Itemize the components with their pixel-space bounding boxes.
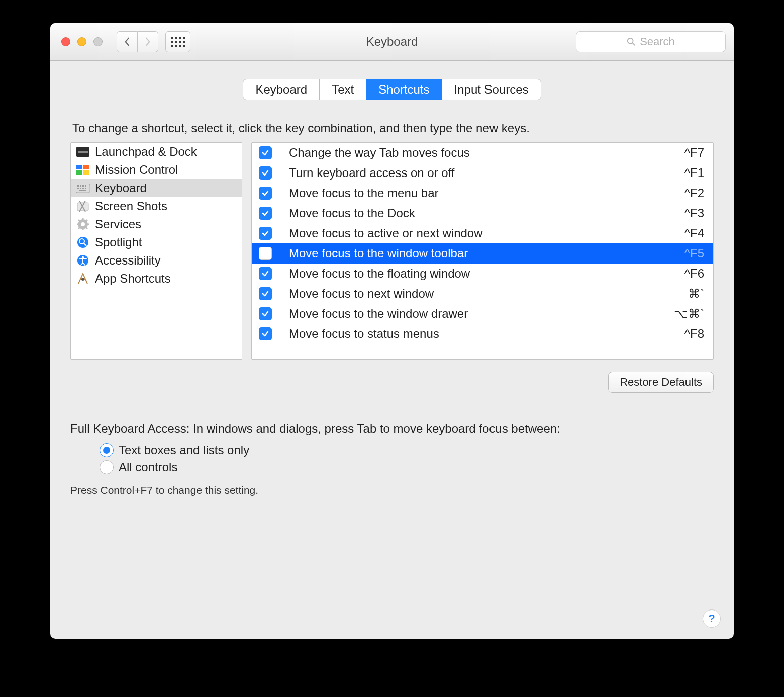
help-button[interactable]: ? [703,609,721,628]
shortcut-label: Move focus to next window [289,287,682,301]
shortcut-row[interactable]: Move focus to next window⌘` [252,284,713,304]
full-keyboard-access-radio-group: Text boxes and lists onlyAll controls [100,443,714,474]
traffic-lights [61,37,103,46]
launchpad-icon [76,146,90,158]
radio-option[interactable]: All controls [100,460,714,474]
shortcut-row[interactable]: Move focus to status menus^F8 [252,324,713,344]
tab-text[interactable]: Text [320,79,366,100]
shortcut-checkbox[interactable] [259,247,272,260]
category-item-mission-control[interactable]: Mission Control [71,161,242,179]
full-keyboard-access-hint: Press Control+F7 to change this setting. [70,484,714,496]
shortcut-row[interactable]: Move focus to active or next window^F4 [252,223,713,243]
preferences-window: Keyboard Search KeyboardTextShortcutsInp… [50,23,734,639]
search-icon [627,37,636,46]
shortcut-checkbox[interactable] [259,146,272,159]
shortcut-checkbox[interactable] [259,307,272,320]
shortcut-row[interactable]: Move focus to the Dock^F3 [252,203,713,223]
radio-label: Text boxes and lists only [119,443,249,457]
shortcut-key: ^F7 [684,146,704,160]
instruction-text: To change a shortcut, select it, click t… [72,121,714,135]
category-item-spotlight[interactable]: Spotlight [71,233,242,251]
radio-option[interactable]: Text boxes and lists only [100,443,714,457]
svg-rect-17 [79,190,86,191]
shortcut-key: ^F4 [684,226,704,240]
chevron-left-icon [123,37,131,46]
shortcut-row[interactable]: Move focus to the menu bar^F2 [252,183,713,203]
category-label: Launchpad & Dock [95,145,197,159]
app-shortcuts-icon [76,273,90,285]
svg-rect-15 [82,188,84,189]
svg-rect-9 [77,185,79,187]
svg-rect-5 [83,165,89,169]
shortcut-key: ^F3 [684,206,704,220]
svg-point-0 [628,38,633,44]
shortcut-label: Move focus to the window drawer [289,307,668,321]
back-button[interactable] [117,31,138,52]
shortcut-key: ^F8 [684,327,704,341]
shortcut-label: Move focus to the floating window [289,267,678,281]
category-list[interactable]: Launchpad & DockMission ControlKeyboardS… [70,142,242,360]
titlebar: Keyboard Search [50,23,734,61]
mission-control-icon [76,164,90,176]
svg-rect-14 [80,188,81,189]
search-input[interactable]: Search [576,31,726,52]
minimize-button[interactable] [77,37,86,46]
shortcut-checkbox[interactable] [259,166,272,180]
radio-label: All controls [119,460,177,474]
shortcut-checkbox[interactable] [259,187,272,200]
shortcut-label: Move focus to active or next window [289,226,678,240]
tab-bar: KeyboardTextShortcutsInput Sources [243,79,541,100]
category-item-app-shortcuts[interactable]: App Shortcuts [71,270,242,288]
category-item-accessibility[interactable]: Accessibility [71,251,242,270]
category-item-launchpad-dock[interactable]: Launchpad & Dock [71,143,242,161]
shortcut-label: Move focus to the window toolbar [289,246,678,260]
category-item-screen-shots[interactable]: Screen Shots [71,197,242,215]
category-item-keyboard[interactable]: Keyboard [71,179,242,197]
svg-line-30 [78,227,80,229]
shortcut-row[interactable]: Move focus to the floating window^F6 [252,264,713,284]
shortcut-checkbox[interactable] [259,207,272,220]
svg-rect-6 [76,170,82,175]
shortcut-list[interactable]: Change the way Tab moves focus^F7Turn ke… [251,142,714,360]
category-item-services[interactable]: Services [71,215,242,233]
shortcut-checkbox[interactable] [259,327,272,340]
forward-button[interactable] [138,31,158,52]
keyboard-icon [76,182,90,194]
accessibility-icon [76,254,90,267]
tab-input-sources[interactable]: Input Sources [442,79,541,100]
shortcut-row[interactable]: Move focus to the window drawer⌥⌘` [252,304,713,324]
svg-rect-4 [76,165,82,169]
svg-rect-12 [85,185,86,187]
svg-point-31 [77,237,88,248]
shortcut-row[interactable]: Move focus to the window toolbar^F5 [252,243,713,264]
svg-point-22 [81,222,85,226]
tab-shortcuts[interactable]: Shortcuts [366,79,442,100]
full-keyboard-access-heading: Full Keyboard Access: In windows and dia… [70,422,714,436]
category-label: Mission Control [95,163,178,177]
shortcut-checkbox[interactable] [259,287,272,300]
shortcut-row[interactable]: Change the way Tab moves focus^F7 [252,143,713,163]
radio-button[interactable] [100,443,114,457]
svg-point-37 [81,278,84,281]
category-label: App Shortcuts [95,272,171,286]
svg-rect-10 [80,185,81,187]
chevron-right-icon [144,37,152,46]
svg-rect-16 [85,188,86,189]
restore-defaults-label: Restore Defaults [620,376,702,389]
show-all-button[interactable] [165,31,190,52]
shortcut-row[interactable]: Turn keyboard access on or off^F1 [252,163,713,183]
svg-rect-11 [82,185,84,187]
restore-defaults-button[interactable]: Restore Defaults [608,372,714,393]
category-label: Services [95,217,141,231]
radio-button[interactable] [100,460,114,474]
category-label: Spotlight [95,235,142,249]
tab-keyboard[interactable]: Keyboard [243,79,320,100]
svg-line-28 [85,227,87,229]
category-label: Screen Shots [95,199,167,213]
close-button[interactable] [61,37,70,46]
shortcut-key: ^F2 [684,186,704,200]
zoom-button[interactable] [93,37,103,46]
shortcut-checkbox[interactable] [259,267,272,280]
category-label: Accessibility [95,253,161,268]
shortcut-checkbox[interactable] [259,227,272,240]
